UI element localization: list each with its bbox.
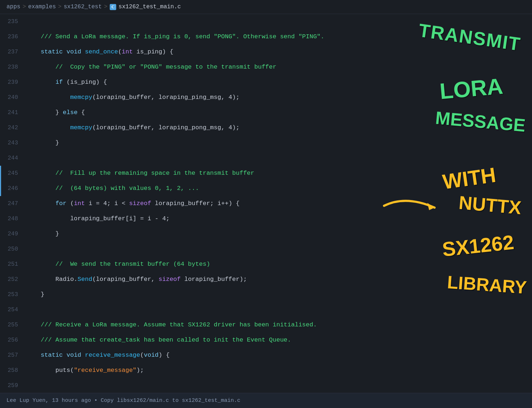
status-bar-text: Lee Lup Yuen, 13 hours ago • Copy libsx1…	[6, 398, 240, 404]
code-line-258: 258 puts("receive_message");	[0, 363, 532, 378]
code-line-242: 242 memcpy(loraping_buffer, loraping_pon…	[0, 120, 532, 135]
line-num-247: 247	[0, 196, 25, 211]
code-line-235: 235	[0, 14, 532, 29]
code-line-246: 246 // (64 bytes) with values 0, 1, 2, .…	[0, 181, 532, 196]
code-line-248: 248 loraping_buffer[i] = i - 4;	[0, 211, 532, 226]
code-line-241: 241 } else {	[0, 105, 532, 120]
line-num-239: 239	[0, 75, 25, 90]
line-content-238: // Copy the "PING" or "PONG" message to …	[25, 60, 532, 75]
line-num-246: 246	[0, 181, 25, 196]
line-content-247: for (int i = 4; i < sizeof loraping_buff…	[25, 196, 532, 211]
breadcrumb-sx1262test[interactable]: sx1262_test	[64, 4, 102, 10]
line-content-253: }	[25, 287, 532, 302]
line-content-243: }	[25, 135, 532, 151]
line-num-237: 237	[0, 44, 25, 60]
code-line-256: 256 /// Assume that create_task has been…	[0, 333, 532, 348]
line-content-256: /// Assume that create_task has been cal…	[25, 333, 532, 348]
code-line-255: 255 /// Receive a LoRa message. Assume t…	[0, 317, 532, 333]
line-content-241: } else {	[25, 105, 532, 120]
line-num-242: 242	[0, 120, 25, 135]
line-num-249: 249	[0, 226, 25, 242]
active-line-indicator-245	[0, 166, 1, 181]
line-num-252: 252	[0, 272, 25, 287]
breadcrumb-examples[interactable]: examples	[28, 4, 56, 10]
code-line-244: 244	[0, 151, 532, 166]
line-num-240: 240	[0, 90, 25, 105]
line-num-254: 254	[0, 302, 25, 317]
line-num-255: 255	[0, 317, 25, 333]
code-line-253: 253 }	[0, 287, 532, 302]
code-line-252: 252 Radio.Send(loraping_buffer, sizeof l…	[0, 272, 532, 287]
line-num-244: 244	[0, 151, 25, 166]
breadcrumb: apps > examples > sx1262_test > C sx1262…	[0, 0, 532, 14]
code-line-238: 238 // Copy the "PING" or "PONG" message…	[0, 60, 532, 75]
line-content-239: if (is_ping) {	[25, 75, 532, 90]
line-num-241: 241	[0, 105, 25, 120]
line-content-242: memcpy(loraping_buffer, loraping_pong_ms…	[25, 120, 532, 135]
sep1: >	[22, 4, 26, 10]
line-content-251: // We send the transmit buffer (64 bytes…	[25, 257, 532, 272]
code-line-250: 250	[0, 242, 532, 257]
line-num-257: 257	[0, 348, 25, 363]
line-content-257: static void receive_message(void) {	[25, 348, 532, 363]
code-line-240: 240 memcpy(loraping_buffer, loraping_pin…	[0, 90, 532, 105]
code-line-239: 239 if (is_ping) {	[0, 75, 532, 90]
line-content-245: // Fill up the remaining space in the tr…	[25, 166, 532, 181]
line-content-252: Radio.Send(loraping_buffer, sizeof lorap…	[25, 272, 532, 287]
line-content-240: memcpy(loraping_buffer, loraping_ping_ms…	[25, 90, 532, 105]
sep2: >	[58, 4, 62, 10]
code-line-257: 257 static void receive_message(void) {	[0, 348, 532, 363]
code-line-236: 236 /// Send a LoRa message. If is_ping …	[0, 29, 532, 44]
code-line-243: 243 }	[0, 135, 532, 151]
line-content-255: /// Receive a LoRa message. Assume that …	[25, 317, 532, 333]
sep3: >	[104, 4, 108, 10]
code-line-245: 245 // Fill up the remaining space in th…	[0, 166, 532, 181]
line-content-249: }	[25, 226, 532, 242]
line-num-253: 253	[0, 287, 25, 302]
line-num-236: 236	[0, 29, 25, 44]
c-language-icon: C	[110, 4, 117, 10]
breadcrumb-apps[interactable]: apps	[6, 4, 20, 10]
line-num-243: 243	[0, 135, 25, 151]
line-num-235: 235	[0, 14, 25, 29]
code-line-247: 247 for (int i = 4; i < sizeof loraping_…	[0, 196, 532, 211]
code-line-249: 249 }	[0, 226, 532, 242]
code-editor: 235 236 /// Send a LoRa message. If is_p…	[0, 14, 532, 393]
line-num-248: 248	[0, 211, 25, 226]
code-line-251: 251 // We send the transmit buffer (64 b…	[0, 257, 532, 272]
line-content-258: puts("receive_message");	[25, 363, 532, 378]
line-num-250: 250	[0, 242, 25, 257]
line-content-248: loraping_buffer[i] = i - 4;	[25, 211, 532, 226]
line-num-245: 245	[0, 166, 25, 181]
code-line-259: 259	[0, 378, 532, 393]
breadcrumb-filename[interactable]: sx1262_test_main.c	[118, 4, 181, 10]
line-content-246: // (64 bytes) with values 0, 1, 2, ...	[25, 181, 532, 196]
code-line-237: 237 static void send_once(int is_ping) {	[0, 44, 532, 60]
status-bar: Lee Lup Yuen, 13 hours ago • Copy libsx1…	[0, 393, 532, 408]
line-num-259: 259	[0, 378, 25, 393]
line-content-236: /// Send a LoRa message. If is_ping is 0…	[25, 29, 532, 44]
line-content-237: static void send_once(int is_ping) {	[25, 44, 532, 60]
code-line-254: 254	[0, 302, 532, 317]
active-line-indicator-246	[0, 181, 1, 196]
line-num-251: 251	[0, 257, 25, 272]
line-num-256: 256	[0, 333, 25, 348]
line-num-258: 258	[0, 363, 25, 378]
line-num-238: 238	[0, 60, 25, 75]
